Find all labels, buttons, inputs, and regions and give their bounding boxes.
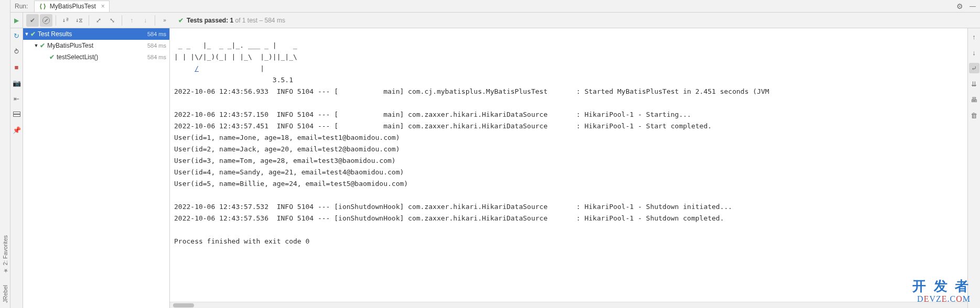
camera-icon: 📷	[13, 79, 21, 87]
show-ignored-button[interactable]	[40, 14, 52, 27]
test-status: ✔ Tests passed: 1 of 1 test – 584 ms	[178, 17, 285, 24]
status-passed: Tests passed: 1	[187, 17, 233, 24]
console-line: | | |\/|_)(_| | |_\ |_)||_|_\	[174, 53, 301, 61]
close-icon[interactable]: ×	[101, 3, 105, 10]
minimize-icon[interactable]: —	[970, 3, 976, 10]
test-toolbar: ▶ ✔ ↓ª ↓⧖ ⤢ ⤡ ↑ ↓ » ✔ Tests passed: 1 of…	[10, 13, 980, 28]
tree-class[interactable]: ▼ ✔ MyBatisPlusTest 584 ms	[23, 40, 169, 51]
pin-button[interactable]: 📌	[12, 125, 22, 135]
h-scrollbar-thumb[interactable]	[173, 303, 194, 307]
tree-time: 584 ms	[147, 42, 166, 49]
sort-duration-icon: ↓⧖	[76, 17, 83, 23]
wrap-icon: ⤶	[971, 64, 977, 72]
console-wrap: _ _ |_ _ _|_. ___ _ | _ | | |\/|_)(_| | …	[170, 28, 980, 308]
arrow-up-icon: ↑	[972, 33, 976, 41]
link[interactable]: /	[195, 64, 199, 72]
console-line: 2022-10-06 12:43:56.933 INFO 5104 --- [ …	[174, 87, 773, 95]
console-line: User(id=4, name=Sandy, age=21, email=tes…	[174, 168, 404, 176]
check-icon: ✔	[30, 30, 36, 38]
chevron-right-icon: »	[163, 17, 166, 23]
play-icon: ▶	[14, 17, 19, 24]
rerun-icon: ↻	[14, 32, 19, 40]
arrow-up-icon: ↑	[130, 17, 133, 24]
star-icon: ★	[2, 268, 8, 274]
collapse-icon: ⤡	[110, 17, 115, 24]
show-passed-button[interactable]: ✔	[26, 14, 39, 27]
console-line: Process finished with exit code 0	[174, 237, 309, 245]
soft-wrap-button[interactable]: ⤶	[969, 63, 979, 73]
console-line: _ _ |_ _ _|_. ___ _ | _	[174, 41, 301, 49]
run-button[interactable]: ▶	[10, 13, 23, 28]
import-button[interactable]: ⇤	[12, 93, 22, 104]
scroll-down-button[interactable]: ↓	[969, 47, 979, 58]
console-line: / |	[174, 64, 301, 72]
chevron-down-icon[interactable]: ▼	[23, 31, 30, 37]
tree-root[interactable]: ▼ ✔ Test Results 584 ms	[23, 28, 169, 40]
console-line: User(id=2, name=Jack, age=20, email=test…	[174, 145, 400, 153]
arrow-down-icon: ↓	[972, 49, 976, 57]
run-config-name: MyBatisPlusTest	[50, 3, 96, 10]
check-icon: ✔	[30, 17, 35, 24]
toggle-auto-button[interactable]: ⥁	[12, 46, 22, 57]
tree-time: 584 ms	[147, 31, 166, 37]
console-line: User(id=5, name=Billie, age=24, email=te…	[174, 180, 408, 188]
left-tool-tabs: JRebel ★ 2: Favorites	[0, 0, 10, 308]
body: ↻ ⥁ ■ 📷 ⇤ 📌 ▼ ✔ Test Results 584 ms ▼ ✔ …	[10, 28, 980, 308]
separator	[89, 15, 89, 26]
check-icon: ✔	[178, 17, 184, 24]
rerun-button[interactable]: ↻	[12, 30, 22, 41]
arrow-down-icon: ↓	[144, 17, 147, 24]
chevron-down-icon[interactable]: ▼	[33, 43, 40, 48]
h-scrollbar[interactable]	[170, 302, 967, 308]
stop-icon: ■	[15, 63, 19, 71]
tree-time: 584 ms	[147, 54, 166, 60]
console-line: User(id=3, name=Tom, age=28, email=test3…	[174, 157, 396, 164]
check-icon: ✔	[40, 42, 45, 49]
tree-label: Test Results	[38, 30, 147, 38]
separator	[56, 15, 56, 26]
next-failed-button[interactable]: ↓	[139, 14, 152, 27]
jrebel-tab[interactable]: JRebel	[2, 285, 8, 303]
expand-icon: ⤢	[96, 17, 101, 24]
console-line: 2022-10-06 12:43:57.532 INFO 5104 --- [i…	[174, 203, 732, 211]
pin-icon: 📌	[13, 126, 21, 134]
tree-method[interactable]: ✔ testSelectList() 584 ms	[23, 51, 169, 63]
ignored-icon	[42, 17, 50, 24]
test-history-button[interactable]: »	[158, 14, 171, 27]
toggle-icon: ⥁	[14, 48, 19, 56]
prev-failed-button[interactable]: ↑	[125, 14, 138, 27]
print-button[interactable]: 🖶	[969, 94, 979, 105]
run-label: Run:	[15, 3, 28, 10]
scroll-up-button[interactable]: ↑	[969, 31, 979, 42]
expand-all-button[interactable]: ⤢	[92, 14, 105, 27]
sort-alpha-icon: ↓ª	[62, 17, 69, 23]
sort-alpha-button[interactable]: ↓ª	[59, 14, 72, 27]
check-icon: ✔	[49, 53, 55, 61]
clear-button[interactable]: 🗑	[969, 110, 979, 120]
favorites-tab[interactable]: ★ 2: Favorites	[2, 235, 8, 274]
console-line: 2022-10-06 12:43:57.451 INFO 5104 --- [ …	[174, 122, 712, 130]
gear-icon[interactable]: ⚙	[956, 2, 963, 10]
layout-button[interactable]	[12, 109, 22, 119]
import-icon: ⇤	[14, 95, 19, 103]
run-config-tab[interactable]: ⟨⟩ MyBatisPlusTest ×	[34, 1, 110, 12]
trash-icon: 🗑	[971, 112, 977, 119]
test-tree: ▼ ✔ Test Results 584 ms ▼ ✔ MyBatisPlusT…	[23, 28, 170, 308]
console-line: 2022-10-06 12:43:57.536 INFO 5104 --- [i…	[174, 214, 724, 222]
test-icon: ⟨⟩	[39, 3, 46, 10]
collapse-all-button[interactable]: ⤡	[106, 14, 119, 27]
console-line: User(id=1, name=Jone, age=18, email=test…	[174, 134, 400, 141]
console-line: 3.5.1	[174, 76, 297, 84]
status-detail: of 1 test – 584 ms	[233, 17, 285, 24]
run-header: Run: ⟨⟩ MyBatisPlusTest × ⚙ —	[10, 0, 980, 13]
stop-button[interactable]: ■	[12, 62, 22, 72]
tree-label: testSelectList()	[57, 53, 147, 61]
layout-icon	[13, 112, 20, 117]
action-gutter: ↻ ⥁ ■ 📷 ⇤ 📌	[10, 28, 23, 308]
scroll-to-end-button[interactable]: ⇊	[969, 79, 979, 89]
console-line: 2022-10-06 12:43:57.150 INFO 5104 --- [ …	[174, 111, 691, 118]
separator	[155, 15, 155, 26]
sort-duration-button[interactable]: ↓⧖	[73, 14, 85, 27]
dump-button[interactable]: 📷	[12, 78, 22, 88]
console-output[interactable]: _ _ |_ _ _|_. ___ _ | _ | | |\/|_)(_| | …	[170, 28, 967, 302]
